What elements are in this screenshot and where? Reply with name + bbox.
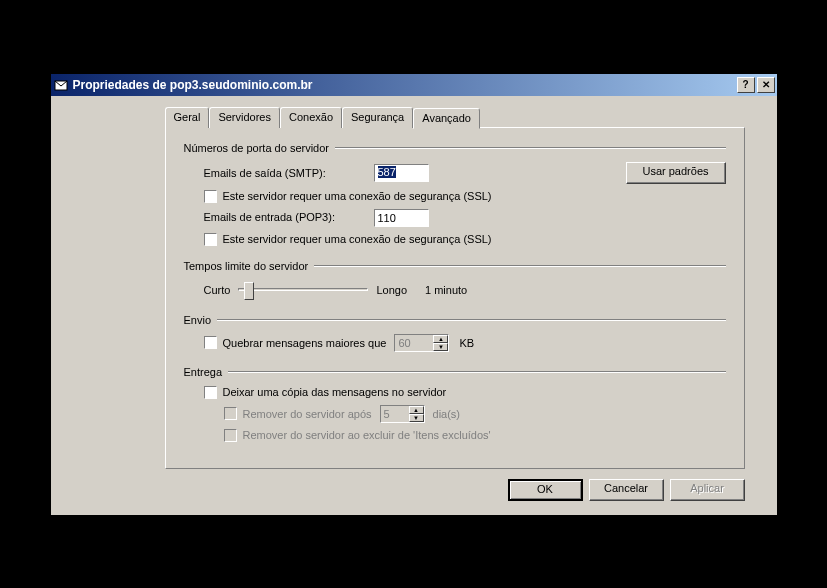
tab-conexao[interactable]: Conexão <box>280 107 342 128</box>
group-title-timeout: Tempos limite do servidor <box>184 260 315 272</box>
break-messages-label: Quebrar mensagens maiores que <box>223 337 387 349</box>
dialog-body: Geral Servidores Conexão Segurança Avanç… <box>51 96 777 515</box>
timeout-short-label: Curto <box>204 284 231 296</box>
ok-button[interactable]: OK <box>508 479 583 501</box>
slider-thumb[interactable] <box>244 282 254 300</box>
pop-ssl-checkbox[interactable] <box>204 233 217 246</box>
leave-copy-checkbox[interactable] <box>204 386 217 399</box>
remove-after-checkbox <box>224 407 237 420</box>
pop-port-input[interactable] <box>374 209 429 227</box>
spinner-down-icon: ▼ <box>433 343 448 351</box>
group-title-ports: Números de porta do servidor <box>184 142 336 154</box>
timeout-value: 1 minuto <box>425 284 467 296</box>
tab-servidores[interactable]: Servidores <box>209 107 280 128</box>
divider <box>314 265 725 267</box>
group-timeout: Tempos limite do servidor Curto Longo 1 … <box>184 260 726 300</box>
divider <box>217 319 725 321</box>
apply-button[interactable]: Aplicar <box>670 479 745 501</box>
use-defaults-button[interactable]: Usar padrões <box>626 162 726 184</box>
smtp-ssl-checkbox[interactable] <box>204 190 217 203</box>
group-port-numbers: Números de porta do servidor Emails de s… <box>184 142 726 246</box>
break-messages-checkbox[interactable] <box>204 336 217 349</box>
spinner-down-icon: ▼ <box>409 414 424 422</box>
titlebar: Propriedades de pop3.seudominio.com.br ?… <box>51 74 777 96</box>
remove-after-label: Remover do servidor após <box>243 408 372 420</box>
smtp-label: Emails de saída (SMTP): <box>204 167 374 179</box>
titlebar-title: Propriedades de pop3.seudominio.com.br <box>73 78 737 92</box>
group-title-delivery: Entrega <box>184 366 229 378</box>
group-delivery: Entrega Deixar uma cópia das mensagens n… <box>184 366 726 442</box>
remove-after-spinner: ▲ ▼ <box>380 405 425 423</box>
group-title-sending: Envio <box>184 314 218 326</box>
close-button[interactable]: ✕ <box>757 77 775 93</box>
smtp-ssl-label: Este servidor requer uma conexão de segu… <box>223 190 492 202</box>
pop-ssl-label: Este servidor requer uma conexão de segu… <box>223 233 492 245</box>
spinner-up-icon: ▲ <box>409 406 424 414</box>
divider <box>335 147 725 149</box>
remove-deleted-label: Remover do servidor ao excluir de 'Itens… <box>243 429 491 441</box>
app-icon <box>53 77 69 93</box>
break-size-spinner: ▲ ▼ <box>394 334 449 352</box>
tab-geral[interactable]: Geral <box>165 107 210 128</box>
dialog-buttons: OK Cancelar Aplicar <box>165 479 745 501</box>
days-label: dia(s) <box>433 408 461 420</box>
smtp-port-input[interactable]: 587 <box>374 164 429 182</box>
kb-label: KB <box>459 337 474 349</box>
group-sending: Envio Quebrar mensagens maiores que ▲ ▼ … <box>184 314 726 352</box>
tab-avancado[interactable]: Avançado <box>413 108 480 129</box>
tab-seguranca[interactable]: Segurança <box>342 107 413 128</box>
dialog-window: Propriedades de pop3.seudominio.com.br ?… <box>49 72 779 517</box>
divider <box>228 371 725 373</box>
help-button[interactable]: ? <box>737 77 755 93</box>
leave-copy-label: Deixar uma cópia das mensagens no servid… <box>223 386 447 398</box>
tab-strip: Geral Servidores Conexão Segurança Avanç… <box>165 106 763 127</box>
timeout-long-label: Longo <box>376 284 407 296</box>
timeout-slider[interactable] <box>238 280 368 300</box>
remove-deleted-checkbox <box>224 429 237 442</box>
cancel-button[interactable]: Cancelar <box>589 479 664 501</box>
pop-label: Emails de entrada (POP3): <box>204 211 374 224</box>
tab-panel-avancado: Números de porta do servidor Emails de s… <box>165 127 745 469</box>
spinner-up-icon: ▲ <box>433 335 448 343</box>
